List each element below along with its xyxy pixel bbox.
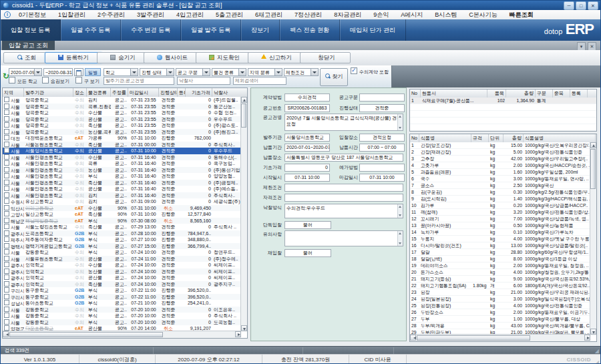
row-checkbox[interactable] [4,142,9,147]
table-row[interactable]: 광주시인덕학교수의수산물공고..07-24 10:00견적중0씨제이프.. [3,262,248,268]
column-header-1[interactable]: No [410,89,421,98]
menu-item-8[interactable]: 7정산관리 [288,10,328,19]
item-row[interactable]: 8김(구운김)kg0.301000g/kg/2.5g/전통식품인증/무.. [410,189,597,196]
table-row[interactable]: 대전대전백운초등학교eAT가공류90%07-31 10:00진행중762,000 [3,135,248,142]
scroll-thumb[interactable] [9,332,163,337]
table-row[interactable]: 서울서울안평초등학교수의축산물공고..07-31 16:40견적중0(주)금정제… [3,180,248,186]
scroll-right-icon[interactable] [235,331,241,337]
toolbar-button-2[interactable]: 일괄 수주 등록 [61,19,121,41]
column-header-6[interactable]: 중복 [553,89,570,98]
column-header-6[interactable]: 식품설명 [524,134,596,142]
action-button-5[interactable]: 지도확인 [196,52,253,63]
item-row[interactable]: 10김가루kg0.201000g/kg/국산/상급품/HACCP.. [410,202,597,209]
column-header-3[interactable]: 장소 [73,88,87,97]
field-value[interactable]: 서울당서초등학교 [284,134,330,142]
field-value[interactable]: 07-31 10:00 [359,174,405,182]
scroll-left-icon[interactable] [3,331,9,337]
row-checkbox[interactable] [4,300,9,305]
field-value[interactable]: 견적중 [359,104,405,112]
scroll-up-icon[interactable] [590,142,596,148]
table-row[interactable]: 서울서울당서초등학교수의공산물공고..07-31 10:00견적중0우수푸드 [3,148,248,154]
item-row[interactable]: 27두부kg1.001000g/kg/국산/물무름, 대상 [410,316,597,323]
menu-item-13[interactable]: C본사기능 [463,10,504,19]
table-row[interactable]: 익산시이리고등학교eAT수산물90%07-31 10:00취소9,469,450 [3,205,248,212]
row-checkbox[interactable] [4,180,9,185]
minimize-button[interactable]: ─ [564,1,574,10]
menu-item-5[interactable]: 4입고관리 [170,10,210,19]
action-button-3[interactable]: 숨기기 [97,52,149,63]
toolbar-button-6[interactable]: 팩스 전송 현황 [280,19,340,41]
table-row[interactable]: 서울서울안평초등학교수의김치공고..07-31 16:40견적중0주식회사.. [3,192,248,199]
item-row[interactable]: 4고춧가루kg2.001000g/kg/국산/HACCP/순한것, .. [410,162,597,169]
filter-text-input-2[interactable] [177,77,230,85]
table-row[interactable]: 구리시동구중학교G2B부식공고..07-22 11:00진행중396,520,0… [3,294,248,301]
field-value[interactable] [359,94,405,102]
column-header-7[interactable]: 등록 [570,89,588,98]
action-button-4[interactable]: 웹사이트 [144,52,201,63]
column-header-2[interactable]: 식품명 [419,134,471,142]
field-value[interactable]: 수의견적:우수푸드 [284,204,403,218]
table-row[interactable]: 서울당곡중학교수의김치공고..07-31 23:55견적중0(주)드림웰.. [3,97,248,104]
table-row[interactable]: 광주시인덕학교수의농산물공고..07-24 10:00견적중0씨제이프.. [3,268,248,275]
row-checkbox[interactable] [4,186,9,191]
row-checkbox[interactable] [4,122,9,128]
row-checkbox[interactable] [4,325,9,331]
menu-item-4[interactable]: 3발주관리 [131,10,170,19]
menu-item-6[interactable]: 5출고관리 [210,10,249,19]
item-row[interactable]: 12꼬시래기kg7.001000g/kg/국산/상급품/녹색, 염.. [410,216,597,222]
row-checkbox[interactable] [4,256,9,261]
table-row[interactable]: 서울강동중학교수의부식공고..07-20 10:00견적중0이조은유.. [3,307,248,313]
table-row[interactable]: 광주시도곡초등학교G2B부식공고..07-28 10:00진행중784,947,… [3,230,248,237]
table-row[interactable]: 성남시동아초등학교G2B부식공고..07-21 10:00진행중254,241,… [3,300,248,307]
scroll-arrows-icon[interactable] [397,231,403,246]
column-header-8[interactable]: 등록 [178,88,186,97]
search-button[interactable]: 조회 [3,52,50,63]
field-value[interactable]: 2020년 7월 서울당서초등학교 급식식자재(공산물) 견적요청 [284,114,403,131]
row-checkbox[interactable] [4,129,9,134]
field-value[interactable]: 수의견적 [284,94,330,102]
item-row[interactable]: 6국수kg3.001000g/kg/동재료우일, 면사랑, .. [410,176,597,182]
row-checkbox[interactable] [4,281,9,287]
column-header-7[interactable]: 진행상태 [159,88,178,97]
column-header-5[interactable]: 추정률 [111,88,128,97]
filter-combo-4[interactable]: 물건 종류 [212,68,246,76]
item-row[interactable]: 20돈가스소스kg4.001000g/kg/청정원, 오뚜기,2kg/통 [410,269,597,276]
filter-checkbox-1[interactable]: 모든 학교 [9,77,37,85]
row-checkbox[interactable] [4,173,9,178]
menu-item-1[interactable]: 0기본정보 [13,10,52,19]
column-header-10[interactable]: 낙찰사 [212,88,248,97]
filter-text-input-1[interactable] [104,77,174,85]
row-checkbox[interactable] [4,319,9,325]
item-row[interactable]: 5과즙음료(레몬)kg1.601000g/kg/우일상품, 200ml [410,169,597,176]
table-row[interactable]: 고양시일산고등학교eAT축산물90%07-31 10:00진행중12,577,8… [3,211,248,218]
find-button[interactable]: 찾기 [320,68,348,86]
item-row[interactable]: 11깨(참깨)kg3.201000g/kg/국산/전통식품인증/상.. [410,209,597,216]
item-row[interactable]: 26두반장소스kg2.001000g/kg/동재료우일, 이금기두.. [410,309,597,316]
row-checkbox[interactable] [4,135,9,140]
table-row[interactable]: 서울서울안평초등학교수의수산물공고..07-31 16:40견적중0동해수산(.… [3,154,248,161]
filter-combo-6[interactable]: 제한조건 [284,68,319,76]
table-row[interactable]: 서울서울안평초등학교수의농산물공고..07-31 16:40견적중0(주)동선기… [3,167,248,174]
menu-item-2[interactable]: 1입찰관리 [52,10,91,19]
menu-item-9[interactable]: 8자금관리 [328,10,367,19]
field-value[interactable] [359,164,405,172]
item-row[interactable]: 17달걀kg28.801000g/kg/60g/국산/무항생제/1.. [410,249,597,256]
period-daily-button[interactable]: 일별 [85,68,101,76]
scroll-thumb[interactable] [241,104,246,128]
row-checkbox[interactable] [4,167,9,172]
items-horizontal-scrollbar[interactable] [410,334,590,341]
item-row[interactable]: 3고추장kg42.001000g/kg/국산/우리밀고추장/(.. [410,156,597,162]
row-checkbox[interactable] [4,243,9,248]
table-row[interactable]: 광주시인덕학교수의공산물공고..07-24 10:00견적중0씨제이프.. [3,275,248,281]
table-row[interactable]: 서울당곡중학교수의곡류,친환경공고..07-31 23:55견적중0동군산농.. [3,104,248,110]
column-header-2[interactable]: 현품서 [421,89,487,98]
table-row[interactable]: 제주시제주동여자중학교G2B부식공고..07-27 10:00진행중348,88… [3,236,248,243]
filter-combo-5[interactable]: 지역 분류 [248,68,282,76]
field-value[interactable]: 0 [284,164,330,172]
table-row[interactable]: 서울강동중학교수의부식공고..07-20 10:00견적중0주식회사 .. [3,313,248,319]
column-header-1[interactable]: 지역 [3,88,24,97]
toolbar-button-5[interactable]: 장보기 [241,19,280,41]
field-value[interactable] [284,194,403,202]
row-checkbox[interactable] [4,97,9,102]
column-header-9[interactable]: 기초가격 [186,88,212,97]
